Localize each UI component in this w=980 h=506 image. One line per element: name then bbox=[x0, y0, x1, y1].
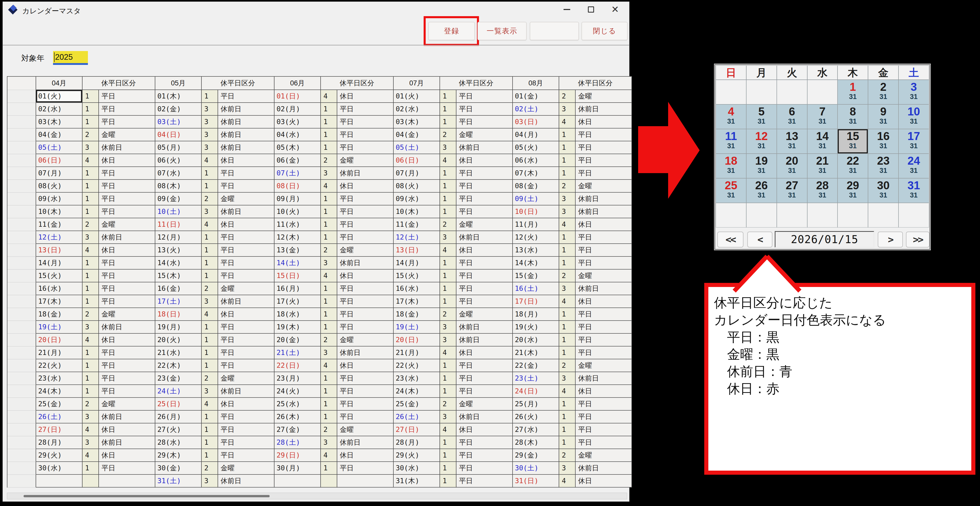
kubun-code-cell[interactable]: 1 bbox=[83, 295, 99, 308]
date-cell[interactable]: 20(火) bbox=[155, 334, 202, 346]
date-cell[interactable]: 16(金) bbox=[155, 283, 202, 295]
kubun-code-cell[interactable]: 1 bbox=[321, 308, 337, 321]
kubun-code-cell[interactable]: 1 bbox=[202, 180, 218, 193]
kubun-name-cell[interactable]: 平日 bbox=[218, 244, 274, 257]
kubun-name-cell[interactable]: 休前日 bbox=[576, 206, 632, 218]
date-cell[interactable]: 23(水) bbox=[36, 372, 83, 385]
date-cell[interactable]: 28(月) bbox=[394, 436, 440, 449]
kubun-code-cell[interactable]: 1 bbox=[321, 231, 337, 244]
date-cell[interactable]: 31(日) bbox=[513, 475, 559, 488]
kubun-name-cell[interactable]: 金曜 bbox=[218, 462, 274, 475]
mini-day-cell[interactable]: 1831 bbox=[716, 153, 746, 178]
kubun-code-cell[interactable]: 2 bbox=[202, 193, 218, 206]
date-cell[interactable]: 08(金) bbox=[513, 180, 559, 193]
date-cell[interactable]: 07(月) bbox=[36, 167, 83, 180]
date-cell[interactable]: 15(木) bbox=[155, 270, 202, 283]
kubun-code-cell[interactable]: 1 bbox=[321, 321, 337, 334]
kubun-code-cell[interactable] bbox=[83, 475, 99, 488]
date-cell[interactable]: 25(金) bbox=[394, 398, 440, 410]
kubun-code-cell[interactable]: 2 bbox=[321, 244, 337, 257]
kubun-code-cell[interactable]: 3 bbox=[559, 103, 576, 116]
date-cell[interactable]: 26(土) bbox=[394, 410, 440, 423]
kubun-name-cell[interactable]: 休前日 bbox=[337, 167, 394, 180]
kubun-code-cell[interactable]: 1 bbox=[440, 90, 457, 103]
date-cell[interactable]: 03(土) bbox=[155, 116, 202, 128]
date-cell[interactable]: 05(土) bbox=[394, 141, 440, 154]
kubun-code-cell[interactable]: 1 bbox=[202, 321, 218, 334]
kubun-code-cell[interactable]: 1 bbox=[440, 283, 457, 295]
date-cell[interactable]: 15(日) bbox=[274, 270, 321, 283]
date-cell[interactable]: 13(日) bbox=[394, 244, 440, 257]
kubun-name-cell[interactable]: 金曜 bbox=[218, 372, 274, 385]
kubun-code-cell[interactable]: 4 bbox=[440, 423, 457, 436]
kubun-code-cell[interactable]: 1 bbox=[321, 410, 337, 423]
date-cell[interactable]: 27(金) bbox=[274, 423, 321, 436]
kubun-code-cell[interactable]: 1 bbox=[440, 270, 457, 283]
kubun-code-cell[interactable]: 1 bbox=[440, 436, 457, 449]
kubun-code-cell[interactable]: 3 bbox=[202, 116, 218, 128]
date-cell[interactable]: 11(金) bbox=[36, 218, 83, 231]
kubun-name-cell[interactable]: 平日 bbox=[218, 436, 274, 449]
mini-day-cell[interactable]: 1031 bbox=[899, 104, 929, 129]
kubun-code-cell[interactable]: 4 bbox=[321, 359, 337, 372]
mini-day-cell[interactable]: 2631 bbox=[746, 178, 777, 203]
register-button[interactable]: 登録 bbox=[428, 22, 475, 40]
kubun-code-cell[interactable]: 2 bbox=[83, 218, 99, 231]
mini-day-cell[interactable]: 1631 bbox=[868, 129, 899, 153]
kubun-name-cell[interactable]: 金曜 bbox=[218, 283, 274, 295]
kubun-name-cell[interactable]: 平日 bbox=[457, 295, 513, 308]
kubun-name-cell[interactable]: 金曜 bbox=[337, 154, 394, 167]
date-cell[interactable]: 26(土) bbox=[36, 410, 83, 423]
kubun-name-cell[interactable]: 休前日 bbox=[218, 475, 274, 488]
date-cell[interactable]: 12(土) bbox=[394, 231, 440, 244]
selected-date-field[interactable]: 2026/01/15 bbox=[775, 231, 874, 247]
kubun-name-cell[interactable]: 休前日 bbox=[457, 334, 513, 346]
date-cell[interactable]: 30(水) bbox=[394, 462, 440, 475]
kubun-code-cell[interactable]: 1 bbox=[559, 244, 576, 257]
kubun-name-cell[interactable]: 平日 bbox=[218, 180, 274, 193]
date-cell[interactable]: 11(水) bbox=[274, 218, 321, 231]
date-cell[interactable]: 06(日) bbox=[394, 154, 440, 167]
kubun-code-cell[interactable]: 1 bbox=[83, 462, 99, 475]
kubun-code-cell[interactable]: 1 bbox=[202, 257, 218, 270]
kubun-code-cell[interactable]: 4 bbox=[321, 449, 337, 462]
mini-day-cell[interactable]: 931 bbox=[868, 104, 899, 129]
kubun-name-cell[interactable]: 平日 bbox=[457, 206, 513, 218]
kubun-name-cell[interactable]: 平日 bbox=[576, 244, 632, 257]
kubun-code-cell[interactable] bbox=[321, 475, 337, 488]
mini-day-cell[interactable]: 2831 bbox=[807, 178, 838, 203]
date-cell[interactable]: 03(火) bbox=[274, 116, 321, 128]
date-cell[interactable]: 22(日) bbox=[274, 359, 321, 372]
date-cell[interactable]: 05(月) bbox=[155, 141, 202, 154]
date-cell[interactable]: 24(木) bbox=[394, 385, 440, 398]
date-cell[interactable]: 17(土) bbox=[155, 295, 202, 308]
kubun-code-cell[interactable]: 3 bbox=[321, 167, 337, 180]
kubun-code-cell[interactable]: 1 bbox=[440, 206, 457, 218]
date-cell[interactable]: 04(金) bbox=[36, 128, 83, 141]
kubun-name-cell[interactable]: 平日 bbox=[337, 116, 394, 128]
kubun-name-cell[interactable]: 休前日 bbox=[576, 103, 632, 116]
date-cell[interactable]: 11(月) bbox=[513, 218, 559, 231]
kubun-code-cell[interactable]: 1 bbox=[83, 270, 99, 283]
kubun-name-cell[interactable]: 休前日 bbox=[218, 385, 274, 398]
kubun-name-cell[interactable]: 平日 bbox=[576, 154, 632, 167]
date-cell[interactable]: 08(火) bbox=[394, 180, 440, 193]
kubun-name-cell[interactable]: 休前日 bbox=[576, 283, 632, 295]
date-cell[interactable]: 26(木) bbox=[274, 410, 321, 423]
date-cell[interactable]: 06(金) bbox=[274, 154, 321, 167]
kubun-code-cell[interactable]: 1 bbox=[321, 372, 337, 385]
kubun-name-cell[interactable]: 金曜 bbox=[337, 334, 394, 346]
mini-day-cell[interactable]: 831 bbox=[837, 104, 868, 129]
kubun-name-cell[interactable]: 平日 bbox=[218, 346, 274, 359]
kubun-code-cell[interactable]: 3 bbox=[83, 321, 99, 334]
kubun-code-cell[interactable]: 1 bbox=[440, 295, 457, 308]
date-cell[interactable]: 25(水) bbox=[274, 398, 321, 410]
date-cell[interactable]: 21(月) bbox=[36, 346, 83, 359]
date-cell[interactable]: 15(金) bbox=[513, 270, 559, 283]
date-cell[interactable]: 01(火) bbox=[394, 90, 440, 103]
kubun-name-cell[interactable]: 平日 bbox=[337, 103, 394, 116]
blank-button[interactable] bbox=[530, 22, 579, 40]
kubun-code-cell[interactable]: 3 bbox=[440, 231, 457, 244]
kubun-name-cell[interactable]: 平日 bbox=[337, 295, 394, 308]
kubun-name-cell[interactable]: 金曜 bbox=[576, 180, 632, 193]
